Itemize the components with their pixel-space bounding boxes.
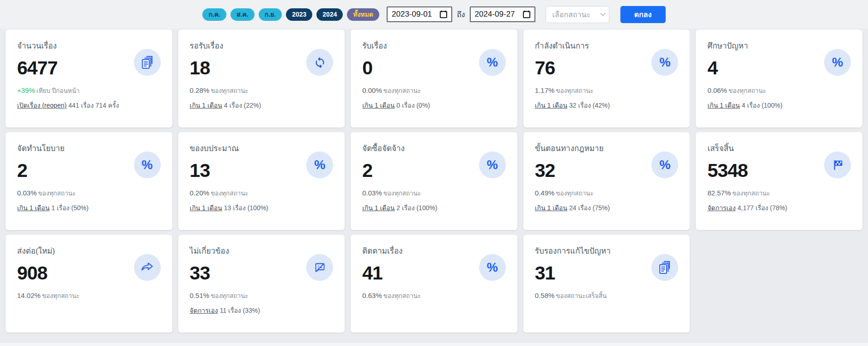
percent-icon: % — [651, 49, 678, 76]
card-detail-line: เกิน 1 เดือน 2 เรื่อง (100%) — [362, 203, 506, 213]
calendar-icon[interactable] — [522, 10, 531, 19]
date-to-value: 2024-09-27 — [475, 10, 515, 19]
card-detail-line: จัดการเอง 11 เรื่อง (33%) — [190, 305, 334, 316]
percent-icon: % — [479, 152, 506, 178]
detail-text: 4,177 เรื่อง (78%) — [737, 204, 787, 212]
card-title: ส่งต่อ(ใหม่) — [17, 244, 161, 257]
detail-text: 1 เรื่อง (50%) — [51, 204, 88, 212]
reopen-link[interactable]: เปิดเรื่อง (reopen) — [17, 102, 67, 109]
card-title: รับเรื่อง — [362, 39, 506, 52]
percent-value: 0.03% — [362, 189, 382, 197]
percent-label: ของทุกสถานะ — [211, 190, 248, 197]
card-title: เสร็จสิ้น — [707, 142, 851, 154]
percent-label: ของทุกสถานะ — [211, 87, 248, 94]
overdue-link[interactable]: เกิน 1 เดือน — [17, 204, 49, 212]
card-total-cases: จำนวนเรื่อง 6477 +39%เทียบ ปีก่อนหน้า เป… — [6, 30, 172, 127]
card-title: จัดซื้อจัดจ้าง — [362, 142, 506, 154]
percent-icon: % — [651, 152, 678, 178]
chip-year-2023[interactable]: 2023 — [286, 8, 312, 21]
chip-month-jul[interactable]: ก.ค. — [202, 8, 226, 21]
percent-value: 0.49% — [535, 189, 555, 197]
card-title: จำนวนเรื่อง — [17, 39, 161, 52]
card-title: ขั้นตอนทางกฎหมาย — [535, 142, 679, 154]
card-detail-line: เกิน 1 เดือน 4 เรื่อง (22%) — [190, 100, 334, 110]
date-range-separator: ถึง — [457, 9, 465, 20]
card-policy: จัดทำนโยบาย 2 % 0.03%ของทุกสถานะ เกิน 1 … — [6, 132, 172, 230]
percent-label: ของสถานะเสร็จสิ้น — [556, 292, 607, 299]
refresh-icon — [306, 49, 333, 76]
percent-label: ของทุกสถานะ — [556, 190, 593, 197]
card-certified-fix: รับรองการแก้ไขปัญหา 31 0.58%ของสถานะเสร็… — [523, 235, 690, 333]
percent-value: 0.63% — [362, 291, 382, 299]
self-managed-link[interactable]: จัดการเอง — [190, 307, 218, 314]
card-percent-line: 0.06%ของทุกสถานะ — [707, 85, 851, 96]
detail-text: 4 เรื่อง (22%) — [224, 102, 261, 109]
percent-label: ของทุกสถานะ — [383, 292, 421, 299]
chevron-down-icon — [599, 10, 607, 18]
chip-month-sep[interactable]: ก.ย. — [259, 8, 282, 21]
filter-bar: ก.ค. ส.ค. ก.ย. 2023 2024 ทั้งหมด 2023-09… — [0, 0, 868, 29]
overdue-link[interactable]: เกิน 1 เดือน — [190, 102, 222, 109]
card-percent-line: 82.57%ของทุกสถานะ — [707, 188, 851, 198]
calendar-icon[interactable] — [439, 10, 448, 19]
card-percent-line: 0.58%ของสถานะเสร็จสิ้น — [535, 291, 679, 301]
card-legal: ขั้นตอนทางกฎหมาย 32 % 0.49%ของทุกสถานะ เ… — [523, 132, 690, 230]
trend-value: +39% — [17, 86, 35, 94]
percent-value: 14.02% — [17, 291, 41, 299]
page-bottom-strip — [0, 343, 868, 346]
card-title: ไม่เกี่ยวข้อง — [190, 244, 334, 257]
percent-label: ของทุกสถานะ — [383, 190, 421, 197]
percent-value: 0.00% — [362, 86, 382, 94]
card-title: ติดตามเรื่อง — [362, 244, 506, 257]
date-from-value: 2023-09-01 — [392, 10, 432, 19]
checkered-flag-icon — [824, 152, 851, 178]
percent-value: 0.58% — [535, 291, 555, 299]
card-title: รับรองการแก้ไขปัญหา — [535, 244, 679, 257]
percent-label: ของทุกสถานะ — [211, 292, 248, 299]
overdue-link[interactable]: เกิน 1 เดือน — [707, 102, 740, 109]
documents-icon — [651, 254, 678, 281]
card-forwarded: ส่งต่อ(ใหม่) 908 14.02%ของทุกสถานะ — [6, 235, 172, 333]
overdue-link[interactable]: เกิน 1 เดือน — [362, 102, 395, 109]
chip-all[interactable]: ทั้งหมด — [347, 8, 379, 21]
card-waiting: รอรับเรื่อง 18 0.28%ของทุกสถานะ เกิน 1 เ… — [178, 30, 345, 127]
date-to-input[interactable]: 2024-09-27 — [470, 6, 535, 22]
percent-value: 0.28% — [190, 86, 210, 94]
card-title: จัดทำนโยบาย — [17, 142, 161, 154]
percent-value: 82.57% — [707, 189, 731, 197]
overdue-link[interactable]: เกิน 1 เดือน — [362, 204, 395, 212]
card-title: รอรับเรื่อง — [190, 39, 334, 52]
detail-text: 11 เรื่อง (33%) — [220, 307, 260, 314]
percent-icon: % — [479, 49, 506, 76]
quick-filter-chips: ก.ค. ส.ค. ก.ย. 2023 2024 ทั้งหมด — [202, 8, 379, 21]
overdue-link[interactable]: เกิน 1 เดือน — [535, 102, 567, 109]
chip-month-aug[interactable]: ส.ค. — [231, 8, 255, 21]
card-completed: เสร็จสิ้น 5348 82.57%ของทุกสถานะ จัดการเ… — [696, 132, 862, 230]
card-procurement: จัดซื้อจัดจ้าง 2 % 0.03%ของทุกสถานะ เกิน… — [351, 132, 517, 230]
percent-label: ของทุกสถานะ — [732, 190, 770, 197]
percent-label: ของทุกสถานะ — [38, 190, 76, 197]
percent-label: ของทุกสถานะ — [42, 292, 79, 299]
card-percent-line: 0.20%ของทุกสถานะ — [190, 188, 334, 198]
card-detail-line: เกิน 1 เดือน 32 เรื่อง (42%) — [535, 100, 679, 110]
percent-value: 1.17% — [535, 86, 555, 94]
card-received: รับเรื่อง 0 % 0.00%ของทุกสถานะ เกิน 1 เด… — [351, 30, 517, 127]
overdue-link[interactable]: เกิน 1 เดือน — [535, 204, 567, 212]
status-select[interactable]: เลือกสถานะ — [546, 6, 609, 23]
chip-year-2024[interactable]: 2024 — [316, 8, 343, 21]
submit-button[interactable]: ตกลง — [620, 6, 666, 23]
percent-label: ของทุกสถานะ — [556, 87, 593, 94]
percent-icon: % — [306, 152, 333, 178]
detail-text: 4 เรื่อง (100%) — [742, 102, 783, 109]
overdue-link[interactable]: เกิน 1 เดือน — [190, 204, 222, 212]
self-managed-link[interactable]: จัดการเอง — [707, 204, 735, 212]
percent-icon: % — [824, 49, 851, 76]
trend-label: เทียบ ปีก่อนหน้า — [36, 87, 80, 94]
stats-grid: จำนวนเรื่อง 6477 +39%เทียบ ปีก่อนหน้า เป… — [0, 29, 868, 333]
card-percent-line: 1.17%ของทุกสถานะ — [535, 85, 679, 96]
no-comment-icon — [306, 254, 333, 281]
forward-arrow-icon — [134, 254, 161, 281]
detail-text: 0 เรื่อง (0%) — [396, 102, 430, 109]
date-from-input[interactable]: 2023-09-01 — [387, 6, 452, 22]
card-detail-line: เกิน 1 เดือน 24 เรื่อง (75%) — [535, 203, 679, 213]
